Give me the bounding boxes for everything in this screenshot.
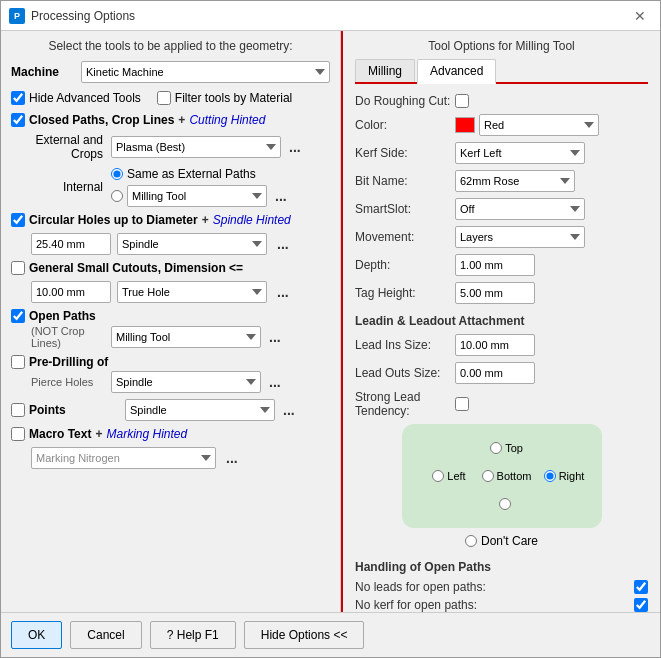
internal-dots-button[interactable]: ...: [271, 188, 291, 204]
roughing-checkbox[interactable]: [455, 94, 469, 108]
closed-paths-checkbox[interactable]: [11, 113, 25, 127]
movement-row: Movement: Layers: [355, 226, 648, 248]
kerf-row: Kerf Side: Kerf Left: [355, 142, 648, 164]
internal-radio2[interactable]: Milling Tool ...: [111, 185, 330, 207]
strong-lead-row: Strong Lead Tendency:: [355, 390, 648, 418]
general-tool-select[interactable]: True Hole: [117, 281, 267, 303]
pre-drilling-dots-button[interactable]: ...: [265, 374, 285, 390]
points-checkbox[interactable]: [11, 403, 25, 417]
left-panel: Select the tools to be applied to the ge…: [1, 31, 341, 612]
closed-paths-header: Closed Paths, Crop Lines + Cutting Hinte…: [11, 113, 330, 127]
machine-row: Machine Kinetic Machine: [11, 61, 330, 83]
circular-dots-button[interactable]: ...: [273, 236, 293, 252]
internal-select[interactable]: Milling Tool: [127, 185, 267, 207]
color-swatch: [455, 117, 475, 133]
cancel-button[interactable]: Cancel: [70, 621, 141, 649]
tab-milling[interactable]: Milling: [355, 59, 415, 82]
filter-material-checkbox[interactable]: Filter tools by Material: [157, 91, 292, 105]
open-paths-header: Open Paths: [11, 309, 330, 323]
smartslot-label: SmartSlot:: [355, 202, 455, 216]
pre-drilling-header: Pre-Drilling of: [11, 355, 330, 369]
external-label: External and Crops: [31, 133, 111, 161]
general-dots-button[interactable]: ...: [273, 284, 293, 300]
open-paths-label: Open Paths: [29, 309, 96, 323]
points-dots-button[interactable]: ...: [279, 402, 299, 418]
ok-button[interactable]: OK: [11, 621, 62, 649]
machine-select[interactable]: Kinetic Machine: [81, 61, 330, 83]
pos-bottom2[interactable]: [499, 498, 514, 510]
dont-care-row: Don't Care: [355, 534, 648, 550]
pos-top[interactable]: Top: [490, 442, 523, 454]
tabs-row: Milling Advanced: [355, 59, 648, 84]
no-leads-row: No leads for open paths:: [355, 580, 648, 594]
dont-care-radio[interactable]: [465, 535, 477, 547]
color-label: Color:: [355, 118, 455, 132]
tab-advanced[interactable]: Advanced: [417, 59, 496, 84]
help-button[interactable]: ? Help F1: [150, 621, 236, 649]
color-row: Color: Red: [355, 114, 648, 136]
no-kerf-label: No kerf for open paths:: [355, 598, 477, 612]
pre-drilling-select-row: Spindle ...: [111, 371, 285, 393]
bitname-select[interactable]: 62mm Rose: [455, 170, 575, 192]
open-paths-dots-button[interactable]: ...: [265, 329, 285, 345]
macro-dots-button[interactable]: ...: [222, 450, 242, 466]
open-paths-checkbox[interactable]: [11, 309, 25, 323]
circular-holes-header: Circular Holes up to Diameter + Spindle …: [11, 213, 330, 227]
external-dots-button[interactable]: ...: [285, 139, 305, 155]
external-select-row: Plasma (Best) ...: [111, 136, 330, 158]
external-crops-row: External and Crops Plasma (Best) ...: [11, 133, 330, 161]
window-title: Processing Options: [31, 9, 135, 23]
open-paths-row: (NOT Crop Lines) Milling Tool ...: [11, 325, 330, 349]
kerf-label: Kerf Side:: [355, 146, 455, 160]
hide-options-button[interactable]: Hide Options <<: [244, 621, 365, 649]
external-select[interactable]: Plasma (Best): [111, 136, 281, 158]
bitname-label: Bit Name:: [355, 174, 455, 188]
internal-radio-group: Same as External Paths Milling Tool ...: [111, 167, 330, 207]
leadins-row: Lead Ins Size:: [355, 334, 648, 356]
pos-left[interactable]: Left: [432, 470, 465, 482]
smartslot-select[interactable]: Off: [455, 198, 585, 220]
color-select[interactable]: Red: [479, 114, 599, 136]
circular-dim-input[interactable]: [31, 233, 111, 255]
pre-drilling-checkbox[interactable]: [11, 355, 25, 369]
macro-label: Macro Text: [29, 427, 91, 441]
points-row: Points Spindle ...: [11, 399, 330, 421]
no-kerf-checkbox[interactable]: [634, 598, 648, 612]
movement-select[interactable]: Layers: [455, 226, 585, 248]
leadin-title: Leadin & Leadout Attachment: [355, 314, 648, 328]
hide-advanced-checkbox[interactable]: Hide Advanced Tools: [11, 91, 141, 105]
macro-text-checkbox[interactable]: [11, 427, 25, 441]
open-paths-select[interactable]: Milling Tool: [111, 326, 261, 348]
strong-lead-checkbox[interactable]: [455, 397, 469, 411]
no-leads-checkbox[interactable]: [634, 580, 648, 594]
pos-right[interactable]: Right: [544, 470, 585, 482]
pre-drilling-sub: Pierce Holes: [11, 376, 111, 388]
dont-care-label[interactable]: Don't Care: [465, 534, 538, 548]
circular-tool-select[interactable]: Spindle: [117, 233, 267, 255]
leadouts-input[interactable]: [455, 362, 535, 384]
bottom-buttons: OK Cancel ? Help F1 Hide Options <<: [1, 612, 660, 657]
section-title: Select the tools to be applied to the ge…: [11, 39, 330, 53]
open-paths-sub: (NOT Crop Lines): [11, 325, 111, 349]
points-select[interactable]: Spindle: [125, 399, 275, 421]
pre-drilling-select[interactable]: Spindle: [111, 371, 261, 393]
color-select-row: Red: [455, 114, 599, 136]
close-button[interactable]: ✕: [628, 6, 652, 26]
tagheight-input[interactable]: [455, 282, 535, 304]
roughing-label: Do Roughing Cut:: [355, 94, 455, 108]
general-cutouts-checkbox[interactable]: [11, 261, 25, 275]
machine-label: Machine: [11, 65, 81, 79]
position-grid: Top Left Bottom: [422, 434, 582, 518]
leadins-input[interactable]: [455, 334, 535, 356]
pos-bottom[interactable]: Bottom: [482, 470, 532, 482]
kerf-select[interactable]: Kerf Left: [455, 142, 585, 164]
points-label: Points: [29, 403, 125, 417]
general-tools-row: True Hole ...: [11, 281, 330, 303]
internal-radio1[interactable]: Same as External Paths: [111, 167, 330, 181]
general-dim-input[interactable]: [31, 281, 111, 303]
macro-tool-select[interactable]: Marking Nitrogen: [31, 447, 216, 469]
circular-holes-checkbox[interactable]: [11, 213, 25, 227]
depth-input[interactable]: [455, 254, 535, 276]
checkboxes-row: Hide Advanced Tools Filter tools by Mate…: [11, 91, 330, 105]
main-content: Select the tools to be applied to the ge…: [1, 31, 660, 612]
